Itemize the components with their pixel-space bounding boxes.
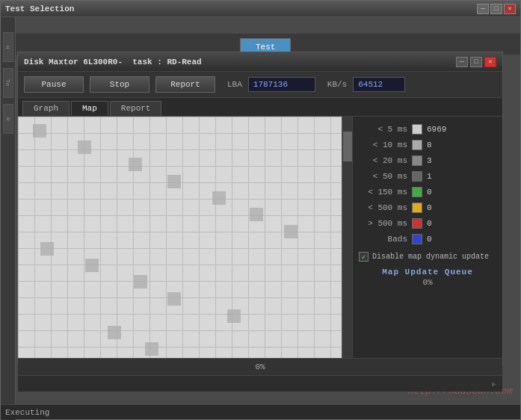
main-content: < 5 ms 6969 < 10 ms 8 < 20 ms 3 < 50 ms … [18, 117, 502, 358]
stat-color-box [412, 124, 422, 135]
map-block [227, 309, 241, 323]
stat-row: > 500 ms 0 [359, 218, 496, 229]
inner-window-controls: — □ ✕ [456, 57, 496, 67]
stat-color-box [412, 187, 422, 197]
inner-window: Disk Maxtor 6L300R0- task : RD-Read — □ … [17, 52, 503, 365]
stat-label: > 500 ms [359, 219, 407, 228]
map-block [134, 275, 147, 288]
checkbox-label: Disable map dynamic update [372, 253, 489, 261]
stat-label: < 150 ms [359, 188, 407, 197]
outer-titlebar: Test Selection — □ ✕ [1, 1, 520, 17]
stat-color-box [412, 218, 422, 229]
stat-row: < 50 ms 1 [359, 171, 496, 182]
stat-row: Bads 0 [359, 234, 496, 244]
stat-row: < 500 ms 0 [359, 203, 496, 213]
maximize-button[interactable]: □ [490, 4, 502, 14]
map-block [167, 175, 181, 188]
stat-color-box [412, 155, 422, 166]
stat-label: < 10 ms [359, 140, 407, 149]
sub-tabs: Graph Map Report [18, 98, 502, 117]
map-block [145, 342, 158, 356]
progress-bar-area: 0% [18, 358, 502, 375]
status-text: Executing [5, 408, 49, 417]
map-block [85, 259, 99, 272]
queue-section: Map Update Queue 0% [359, 268, 496, 287]
stat-value: 6969 [427, 125, 446, 134]
map-block [167, 292, 181, 306]
map-grid [18, 117, 342, 358]
stat-label: < 20 ms [359, 156, 407, 165]
outer-title: Test Selection [5, 4, 74, 13]
bg-panel-item-2: Te [3, 68, 13, 98]
stats-panel: < 5 ms 6969 < 10 ms 8 < 20 ms 3 < 50 ms … [353, 117, 502, 358]
tab-graph[interactable]: Graph [22, 101, 70, 116]
map-block [33, 124, 46, 138]
stat-value: 0 [427, 235, 432, 244]
stat-label: < 5 ms [359, 125, 407, 134]
toolbar: Pause Stop Report LBA KB/s [18, 72, 502, 98]
stat-value: 0 [427, 188, 432, 197]
stat-label: < 500 ms [359, 203, 407, 212]
map-scrollbar[interactable] [342, 117, 352, 358]
stat-row: < 10 ms 8 [359, 140, 496, 150]
tab-report[interactable]: Report [110, 101, 162, 116]
map-area [18, 117, 353, 358]
inner-titlebar: Disk Maxtor 6L300R0- task : RD-Read — □ … [18, 52, 502, 72]
stop-button[interactable]: Stop [90, 76, 149, 93]
lba-label: LBA [227, 80, 242, 89]
report-button[interactable]: Report [155, 76, 215, 93]
stat-color-box [412, 140, 422, 150]
scroll-thumb[interactable] [343, 132, 352, 161]
kbs-input[interactable] [353, 77, 405, 92]
bg-panel-item-3: R [3, 104, 13, 134]
inner-close-button[interactable]: ✕ [484, 57, 496, 67]
disable-map-checkbox[interactable]: ✓ [359, 252, 369, 262]
inner-maximize-button[interactable]: □ [470, 57, 482, 67]
outer-window-controls: — □ ✕ [477, 4, 516, 14]
map-block [250, 208, 263, 221]
stat-value: 1 [427, 172, 432, 181]
stat-value: 0 [427, 203, 432, 212]
close-button[interactable]: ✕ [504, 4, 516, 14]
stat-value: 8 [427, 140, 432, 149]
map-block [212, 191, 226, 205]
stat-row: < 5 ms 6969 [359, 124, 496, 135]
map-block [284, 225, 298, 238]
stat-color-box [412, 234, 422, 244]
map-block [108, 326, 121, 339]
stat-color-box [412, 171, 422, 182]
stat-value: 3 [427, 156, 432, 165]
bg-left-panel: H Te R [1, 17, 16, 420]
stat-row: < 150 ms 0 [359, 187, 496, 197]
stat-row: < 20 ms 3 [359, 155, 496, 166]
inner-title-disk: Disk Maxtor 6L300R0- [24, 58, 123, 67]
inner-bottom: ▶ [18, 375, 502, 392]
queue-title: Map Update Queue [359, 268, 496, 277]
checkbox-row: ✓ Disable map dynamic update [359, 252, 496, 262]
stat-label: Bads [359, 235, 407, 244]
kbs-label: KB/s [327, 80, 347, 89]
pause-button[interactable]: Pause [24, 76, 84, 93]
status-bar: Executing [1, 404, 520, 419]
inner-minimize-button[interactable]: — [456, 57, 468, 67]
map-block [129, 158, 142, 171]
progress-text: 0% [255, 362, 265, 371]
outer-window: Test Selection — □ ✕ H Te R Test Disk Ma… [0, 0, 521, 420]
minimize-button[interactable]: — [477, 4, 489, 14]
bg-panel-item-1: H [3, 32, 13, 62]
inner-title-task: task : RD-Read [132, 58, 201, 67]
map-block [78, 140, 91, 154]
stat-label: < 50 ms [359, 172, 407, 181]
lba-input[interactable] [248, 77, 315, 92]
inner-title: Disk Maxtor 6L300R0- task : RD-Read [24, 57, 202, 67]
stat-color-box [412, 203, 422, 213]
tab-map[interactable]: Map [71, 101, 108, 116]
map-block [40, 242, 54, 256]
stat-value: 0 [427, 219, 432, 228]
queue-value: 0% [359, 278, 496, 287]
